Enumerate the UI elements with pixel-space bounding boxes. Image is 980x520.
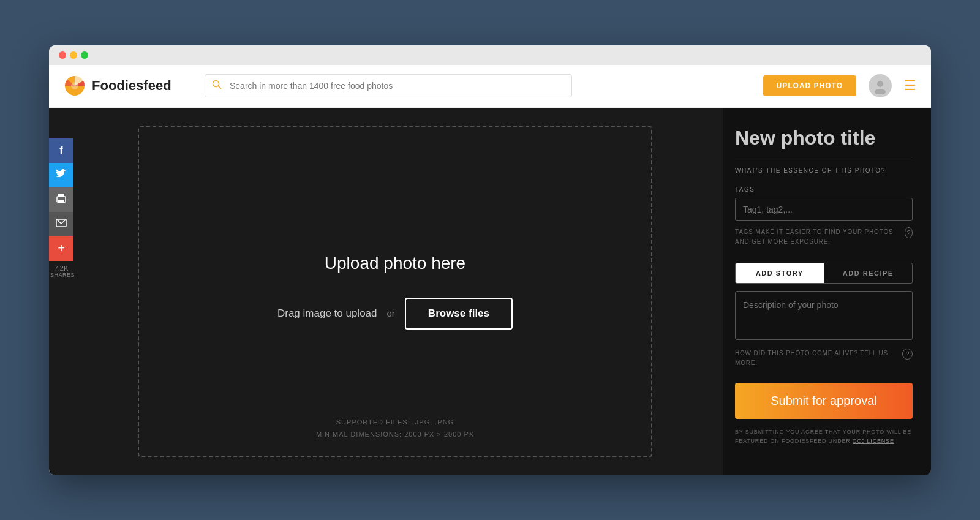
search-bar (205, 74, 572, 97)
logo-area: Foodiesfeed (64, 75, 186, 97)
tags-label: TAGS (735, 186, 913, 193)
cc0-license-link[interactable]: CC0 LICENSE (853, 438, 894, 444)
print-share-button[interactable] (49, 187, 74, 212)
social-sidebar: f (49, 138, 74, 278)
svg-point-9 (64, 198, 65, 199)
drag-text: Drag image to upload (277, 307, 377, 320)
upload-title: Upload photo here (325, 254, 466, 273)
min-dimensions: MINIMAL DIMENSIONS: 2000 PX × 2000 PX (316, 429, 474, 441)
came-alive-help-icon[interactable]: ? (902, 349, 913, 360)
print-icon (56, 194, 67, 206)
traffic-light-red[interactable] (59, 51, 66, 59)
tags-help-icon[interactable]: ? (905, 227, 913, 238)
hamburger-icon[interactable]: ☰ (904, 78, 916, 94)
add-recipe-tab[interactable]: ADD RECIPE (824, 263, 913, 283)
traffic-light-green[interactable] (81, 51, 88, 59)
upload-footer: SUPPORTED FILES: .JPG, .PNG MINIMAL DIME… (316, 416, 474, 441)
came-alive-text: HOW DID THIS PHOTO COME ALIVE? TELL US M… (735, 349, 902, 368)
submit-button[interactable]: Submit for approval (735, 383, 913, 419)
submit-legal: BY SUBMITTING YOU AGREE THAT YOUR PHOTO … (735, 428, 913, 447)
traffic-lights (59, 51, 88, 59)
more-share-button[interactable]: + (49, 236, 74, 261)
supported-files: SUPPORTED FILES: .JPG, .PNG (316, 416, 474, 429)
traffic-light-yellow[interactable] (70, 51, 77, 59)
right-panel: New photo title WHAT'S THE ESSENCE OF TH… (723, 108, 931, 475)
story-recipe-tabs: ADD STORY ADD RECIPE (735, 263, 913, 284)
upload-section: Upload photo here Drag image to upload o… (49, 108, 723, 475)
svg-point-4 (877, 81, 883, 87)
came-alive-row: HOW DID THIS PHOTO COME ALIVE? TELL US M… (735, 349, 913, 368)
facebook-share-button[interactable]: f (49, 138, 74, 163)
svg-rect-7 (58, 194, 64, 197)
upload-dropzone[interactable]: Upload photo here Drag image to upload o… (138, 126, 652, 457)
essence-label: WHAT'S THE ESSENCE OF THIS PHOTO? (735, 167, 913, 174)
navbar: Foodiesfeed UPLOAD PHOTO ☰ (49, 65, 931, 108)
tags-help-row: TAGS MAKE IT EASIER TO FIND YOUR PHOTOS … (735, 227, 913, 251)
title-divider (735, 157, 913, 157)
navbar-right: UPLOAD PHOTO ☰ (763, 74, 916, 97)
twitter-share-button[interactable] (49, 163, 74, 187)
tags-input[interactable] (735, 198, 913, 221)
or-text: or (387, 308, 395, 318)
upload-actions: Drag image to upload or Browse files (277, 298, 513, 330)
browser-window: Foodiesfeed UPLOAD PHOTO ☰ (49, 45, 931, 475)
browser-chrome (49, 45, 931, 65)
svg-point-1 (71, 82, 78, 89)
facebook-icon: f (59, 145, 62, 156)
svg-line-3 (219, 86, 221, 89)
search-icon (212, 80, 222, 92)
share-count: 7.2K SHARES (49, 265, 74, 278)
avatar[interactable] (869, 74, 892, 97)
email-share-button[interactable] (49, 212, 74, 236)
search-input[interactable] (205, 74, 572, 97)
svg-point-5 (875, 89, 886, 94)
main-content: f (49, 108, 931, 475)
add-story-tab[interactable]: ADD STORY (736, 263, 824, 283)
email-icon (56, 219, 67, 230)
photo-title: New photo title (735, 126, 913, 149)
description-textarea[interactable] (735, 291, 913, 340)
browse-files-button[interactable]: Browse files (405, 298, 513, 330)
tags-help-text: TAGS MAKE IT EASIER TO FIND YOUR PHOTOS … (735, 227, 905, 247)
logo-text: Foodiesfeed (92, 78, 172, 94)
twitter-icon (56, 169, 67, 181)
logo-icon (64, 75, 86, 97)
plus-icon: + (58, 241, 65, 255)
upload-photo-button[interactable]: UPLOAD PHOTO (763, 75, 856, 96)
svg-rect-8 (58, 200, 64, 203)
